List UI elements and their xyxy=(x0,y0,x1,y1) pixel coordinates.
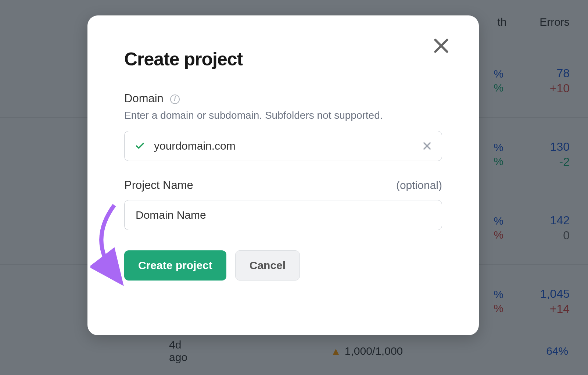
project-name-label: Project Name xyxy=(124,179,193,192)
create-project-modal: Create project Domain i Enter a domain o… xyxy=(87,15,479,335)
info-icon[interactable]: i xyxy=(170,94,180,104)
project-name-input[interactable] xyxy=(136,209,420,221)
close-icon[interactable] xyxy=(431,36,451,56)
project-name-field: Project Name (optional) xyxy=(124,179,442,230)
modal-actions: Create project Cancel xyxy=(124,250,442,281)
check-icon xyxy=(135,141,145,151)
create-project-button[interactable]: Create project xyxy=(124,250,226,281)
cancel-button[interactable]: Cancel xyxy=(235,250,300,281)
domain-input-wrap[interactable] xyxy=(124,131,442,161)
domain-label: Domain xyxy=(124,92,164,105)
optional-label: (optional) xyxy=(396,179,442,192)
domain-field: Domain i Enter a domain or subdomain. Su… xyxy=(124,92,442,161)
domain-hint: Enter a domain or subdomain. Subfolders … xyxy=(124,110,442,121)
domain-input[interactable] xyxy=(154,140,420,152)
project-name-input-wrap[interactable] xyxy=(124,200,442,230)
modal-title: Create project xyxy=(124,49,442,70)
clear-icon[interactable] xyxy=(422,141,432,151)
